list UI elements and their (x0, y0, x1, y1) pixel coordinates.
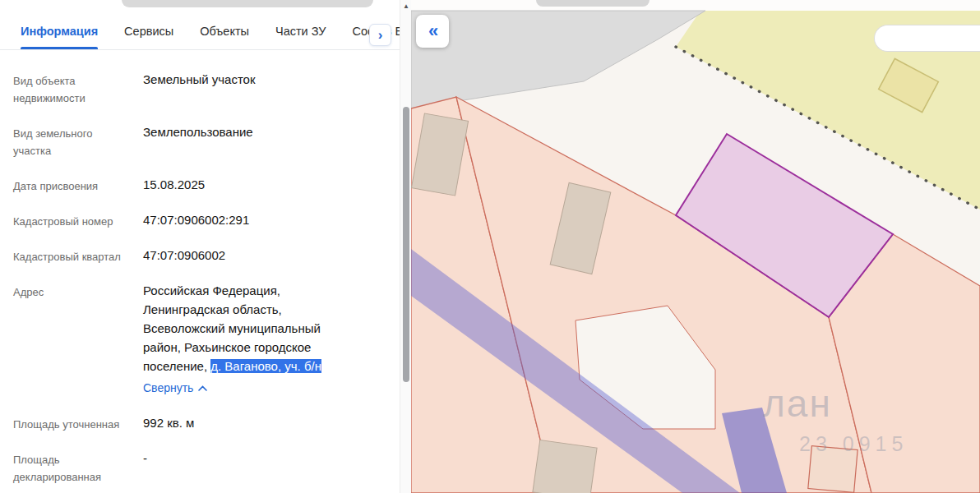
map-canvas[interactable] (411, 0, 980, 493)
chevron-up-icon (198, 385, 207, 391)
map-top-band (411, 0, 980, 11)
collapse-address-link[interactable]: Свернуть (143, 379, 207, 398)
field-label: Площадь уточненная (13, 413, 143, 433)
cadastral-app: Информация Сервисы Объекты Части ЗУ Сост… (0, 0, 980, 493)
tab-information[interactable]: Информация (21, 25, 98, 49)
parcel-details: Вид объекта недвижимости Земельный участ… (0, 70, 400, 493)
tab-services[interactable]: Сервисы (124, 25, 173, 49)
panel-scrollbar[interactable]: ▲ (400, 0, 411, 493)
field-value: Российская Федерация, Ленинградская обла… (143, 281, 352, 398)
field-label: Вид земельного участка (13, 122, 143, 159)
scroll-up-icon[interactable]: ▲ (400, 2, 412, 10)
field-area-declared: Площадь декларированная - (13, 449, 386, 486)
field-label: Кадастровый номер (13, 210, 143, 230)
tab-parcel-parts[interactable]: Части ЗУ (275, 25, 326, 49)
address-selected-text: д. Ваганово, уч. б/н (210, 359, 321, 373)
field-object-kind: Вид объекта недвижимости Земельный участ… (13, 70, 386, 107)
field-value: Землепользование (143, 122, 386, 159)
field-label: Вид объекта недвижимости (13, 70, 143, 107)
field-assignment-date: Дата присвоения 15.08.2025 (13, 175, 386, 195)
field-parcel-kind: Вид земельного участка Землепользование (13, 122, 386, 159)
field-value: - (143, 449, 386, 486)
map-toolbar-edge (536, 0, 649, 7)
panel-tabs: Информация Сервисы Объекты Части ЗУ Сост… (0, 0, 400, 50)
map-search-input[interactable] (874, 25, 980, 52)
field-cadastral-quarter: Кадастровый квартал 47:07:0906002 (13, 246, 386, 265)
info-panel: Информация Сервисы Объекты Части ЗУ Сост… (0, 0, 400, 493)
double-chevron-left-icon: « (428, 21, 437, 42)
field-address: Адрес Российская Федерация, Ленинградска… (13, 281, 386, 398)
chevron-right-icon: › (378, 27, 383, 44)
cadastral-map[interactable]: лан 23 0915 « (411, 0, 980, 493)
tab-objects[interactable]: Объекты (200, 25, 249, 49)
collapse-label: Свернуть (143, 379, 193, 398)
building-footprint (808, 446, 858, 493)
collapse-panel-button[interactable]: « (416, 15, 449, 48)
field-value: Земельный участок (143, 70, 386, 107)
field-value: 992 кв. м (143, 413, 386, 433)
field-value: 15.08.2025 (143, 175, 386, 195)
tabs-overflow-button[interactable]: › (369, 24, 391, 46)
field-label: Дата присвоения (13, 175, 143, 195)
field-value: 47:07:0906002:291 (143, 210, 386, 230)
field-label: Площадь декларированная (13, 449, 143, 486)
field-label: Кадастровый квартал (13, 246, 143, 265)
field-value: 47:07:0906002 (143, 246, 386, 265)
field-cadastral-number: Кадастровый номер 47:07:0906002:291 (13, 210, 386, 230)
scrollbar-thumb[interactable] (403, 107, 409, 382)
field-label: Адрес (13, 281, 143, 398)
field-area-refined: Площадь уточненная 992 кв. м (13, 413, 386, 433)
building-footprint (533, 440, 597, 493)
